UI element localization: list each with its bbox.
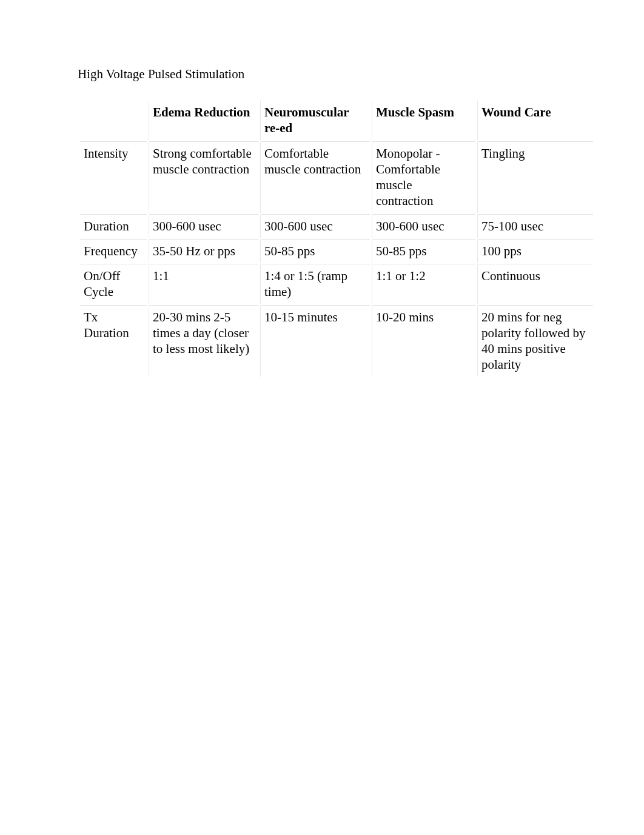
table-cell: 50-85 pps (372, 240, 475, 263)
row-label: Frequency (80, 240, 147, 263)
table-cell: Comfortable muscle contraction (261, 142, 370, 213)
table-row: On/Off Cycle 1:1 1:4 or 1:5 (ramp time) … (80, 264, 593, 304)
table-cell: 300-600 usec (372, 215, 475, 238)
table-cell: 75-100 usec (478, 215, 593, 238)
table-header-blank (80, 101, 147, 140)
table-cell: 10-20 mins (372, 306, 475, 377)
table-row: Intensity Strong comfortable muscle cont… (80, 142, 593, 213)
table-cell: Strong comfortable muscle contraction (149, 142, 258, 213)
document-page: High Voltage Pulsed Stimulation Edema Re… (0, 0, 644, 378)
table-cell: 1:1 (149, 264, 258, 304)
row-label: Tx Duration (80, 306, 147, 377)
table-cell: 10-15 minutes (261, 306, 370, 377)
table-cell: 35-50 Hz or pps (149, 240, 258, 263)
table-cell: 50-85 pps (261, 240, 370, 263)
row-label: Duration (80, 215, 147, 238)
row-label: Intensity (80, 142, 147, 213)
table-cell: Tingling (478, 142, 593, 213)
table-cell: 1:1 or 1:2 (372, 264, 475, 304)
table-header-muscle-spasm: Muscle Spasm (372, 101, 475, 140)
table-cell: 100 pps (478, 240, 593, 263)
table-header-neuromuscular: Neuromuscular re-ed (261, 101, 370, 140)
table-row: Duration 300-600 usec 300-600 usec 300-6… (80, 215, 593, 238)
table-cell: Continuous (478, 264, 593, 304)
row-label: On/Off Cycle (80, 264, 147, 304)
table-header-edema: Edema Reduction (149, 101, 258, 140)
table-row: Frequency 35-50 Hz or pps 50-85 pps 50-8… (80, 240, 593, 263)
table-cell: 20 mins for neg polarity followed by 40 … (478, 306, 593, 377)
table-header-row: Edema Reduction Neuromuscular re-ed Musc… (80, 101, 593, 140)
table-header-wound-care: Wound Care (478, 101, 593, 140)
table-cell: Monopolar - Comfortable muscle contracti… (372, 142, 475, 213)
table-cell: 300-600 usec (149, 215, 258, 238)
table-cell: 1:4 or 1:5 (ramp time) (261, 264, 370, 304)
parameters-table: Edema Reduction Neuromuscular re-ed Musc… (78, 99, 595, 378)
table-cell: 300-600 usec (261, 215, 370, 238)
page-title: High Voltage Pulsed Stimulation (78, 67, 608, 82)
table-cell: 20-30 mins 2-5 times a day (closer to le… (149, 306, 258, 377)
table-row: Tx Duration 20-30 mins 2-5 times a day (… (80, 306, 593, 377)
